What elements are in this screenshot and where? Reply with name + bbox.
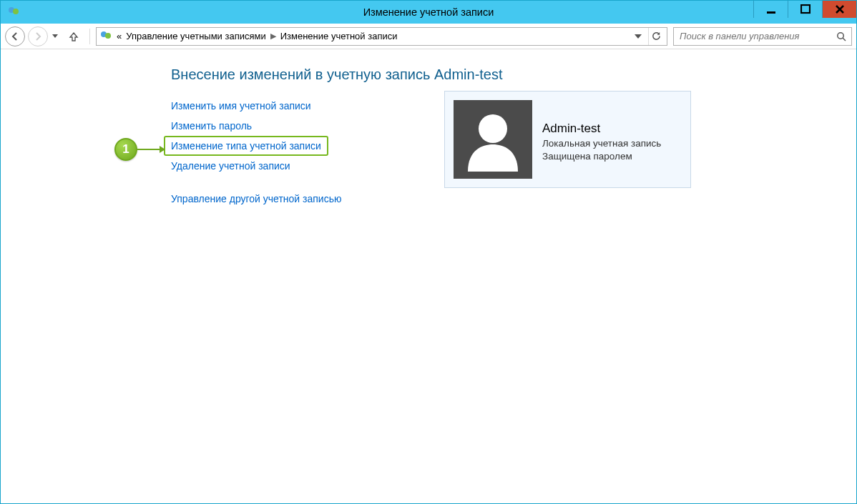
address-dropdown[interactable] bbox=[632, 34, 644, 39]
breadcrumb-level-1[interactable]: Управление учетными записями bbox=[126, 31, 265, 41]
account-card: Admin-test Локальная учетная запись Защи… bbox=[444, 91, 691, 188]
content-area: Внесение изменений в учетную запись Admi… bbox=[1, 49, 856, 503]
svg-point-5 bbox=[105, 33, 111, 39]
user-accounts-icon bbox=[99, 30, 112, 43]
window-controls bbox=[753, 1, 856, 18]
recent-locations-dropdown[interactable] bbox=[51, 34, 59, 39]
link-rename-account[interactable]: Изменить имя учетной записи bbox=[171, 96, 400, 116]
svg-rect-2 bbox=[767, 11, 775, 14]
svg-rect-3 bbox=[801, 5, 810, 13]
titlebar: Изменение учетной записи bbox=[1, 1, 856, 24]
window-title: Изменение учетной записи bbox=[1, 6, 856, 18]
minimize-button[interactable] bbox=[753, 1, 788, 18]
search-box[interactable] bbox=[673, 27, 852, 46]
link-manage-other-account[interactable]: Управление другой учетной записью bbox=[171, 189, 400, 209]
forward-button[interactable] bbox=[28, 26, 48, 46]
search-input[interactable] bbox=[678, 30, 831, 42]
chevron-right-icon[interactable]: ▶ bbox=[270, 31, 276, 41]
breadcrumb-level-2[interactable]: Изменение учетной записи bbox=[280, 31, 398, 41]
breadcrumb-prefix: « bbox=[117, 31, 122, 41]
svg-point-8 bbox=[479, 114, 507, 143]
close-button[interactable] bbox=[822, 1, 856, 18]
address-bar[interactable]: « Управление учетными записями ▶ Изменен… bbox=[96, 27, 667, 46]
link-change-password[interactable]: Изменить пароль bbox=[171, 116, 400, 136]
svg-point-1 bbox=[13, 9, 19, 14]
page-heading: Внесение изменений в учетную запись Admi… bbox=[171, 66, 856, 83]
refresh-button[interactable] bbox=[648, 28, 664, 45]
link-delete-account[interactable]: Удаление учетной записи bbox=[171, 156, 400, 176]
svg-line-7 bbox=[843, 38, 846, 41]
svg-point-6 bbox=[838, 32, 843, 38]
app-icon bbox=[6, 5, 21, 19]
back-button[interactable] bbox=[5, 26, 25, 46]
account-meta: Admin-test Локальная учетная запись Защи… bbox=[542, 100, 661, 179]
account-name: Admin-test bbox=[542, 122, 661, 136]
link-change-account-type[interactable]: Изменение типа учетной записи bbox=[164, 136, 328, 156]
toolbar-separator bbox=[89, 29, 90, 44]
avatar-icon bbox=[454, 100, 532, 179]
maximize-button[interactable] bbox=[788, 1, 822, 18]
account-protection: Защищена паролем bbox=[542, 150, 661, 163]
window-frame: Изменение учетной записи bbox=[0, 0, 857, 504]
navigation-toolbar: « Управление учетными записями ▶ Изменен… bbox=[1, 24, 856, 49]
up-button[interactable] bbox=[65, 28, 82, 45]
search-icon[interactable] bbox=[836, 31, 847, 41]
account-type: Локальная учетная запись bbox=[542, 137, 661, 150]
task-links: Изменить имя учетной записи Изменить пар… bbox=[171, 96, 400, 209]
